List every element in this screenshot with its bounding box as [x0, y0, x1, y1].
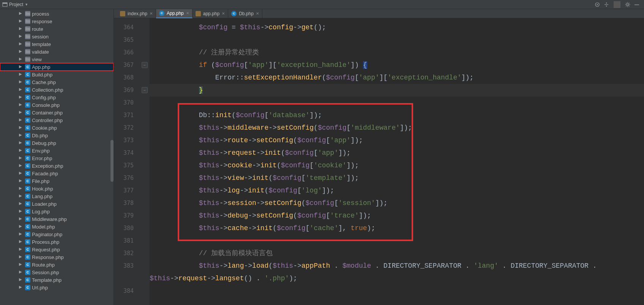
project-selector[interactable]: Project ▼ [2, 2, 28, 7]
tree-file-Debug-php[interactable]: ▶CDebug.php [0, 139, 114, 147]
tree-file-Middleware-php[interactable]: ▶CMiddleware.php [0, 215, 114, 223]
tree-file-Controller-php[interactable]: ▶CController.php [0, 116, 114, 124]
tree-file-Cache-php[interactable]: ▶CCache.php [0, 78, 114, 86]
target-icon[interactable] [594, 1, 601, 8]
code-line[interactable]: $this->cache->init($config['cache'], tru… [150, 222, 644, 235]
tree-file-Route-php[interactable]: ▶CRoute.php [0, 261, 114, 268]
tree-file-Session-php[interactable]: ▶CSession.php [0, 268, 114, 276]
chevron-right-icon: ▶ [19, 285, 22, 289]
tree-file-Response-php[interactable]: ▶CResponse.php [0, 253, 114, 261]
code-line[interactable]: $this->log->init($config['log']); [150, 184, 644, 197]
svg-point-3 [597, 4, 598, 5]
php-file-icon [120, 11, 125, 16]
code-line[interactable] [150, 34, 644, 46]
tree-file-Facade-php[interactable]: ▶CFacade.php [0, 170, 114, 177]
code-area[interactable]: $config = $this->config->get(); // 注册异常处… [150, 18, 644, 305]
tree-folder-response[interactable]: ▶response [0, 17, 114, 25]
project-tree-sidebar[interactable]: ▶process▶response▶route▶session▶template… [0, 9, 114, 305]
close-icon[interactable]: ✕ [222, 11, 225, 16]
tree-file-Request-php[interactable]: ▶CRequest.php [0, 246, 114, 253]
chevron-right-icon: ▶ [19, 262, 22, 266]
tab-App-php[interactable]: CApp.php✕ [156, 9, 193, 18]
code-line[interactable]: Error::setExceptionHandler($config['app'… [150, 71, 644, 84]
chevron-right-icon: ▶ [19, 277, 22, 281]
tree-file-Collection-php[interactable]: ▶CCollection.php [0, 86, 114, 94]
code-line[interactable]: $config = $this->config->get(); [150, 21, 644, 34]
code-line[interactable]: $this->request->langset() . '.php'); [150, 272, 644, 285]
line-number: 377 [114, 184, 134, 197]
tree-folder-session[interactable]: ▶session [0, 33, 114, 40]
tree-file-Hook-php[interactable]: ▶CHook.php [0, 185, 114, 192]
tree-file-App-php[interactable]: ▶CApp.php [0, 63, 114, 71]
code-line[interactable]: $this->request->init($config['app']); [150, 147, 644, 159]
tree-item-label: Route.php [32, 262, 55, 268]
close-icon[interactable]: ✕ [256, 11, 259, 16]
tab-app-php[interactable]: app.php✕ [193, 9, 228, 18]
tree-folder-process[interactable]: ▶process [0, 10, 114, 17]
tree-file-Lang-php[interactable]: ▶CLang.php [0, 192, 114, 200]
divide-icon[interactable] [603, 1, 610, 8]
fold-end-icon[interactable]: − [142, 87, 148, 93]
tab-index-php[interactable]: index.php✕ [117, 9, 156, 18]
tree-file-Exception-php[interactable]: ▶CException.php [0, 162, 114, 170]
scrollbar-thumb[interactable] [110, 140, 114, 182]
code-line[interactable]: // 加载当前模块语言包 [150, 247, 644, 260]
code-editor[interactable]: 3643653663673683693703713723733743753763… [114, 18, 644, 305]
tree-folder-view[interactable]: ▶view [0, 56, 114, 63]
code-line[interactable]: $this->middleware->setConfig($config['mi… [150, 122, 644, 134]
tree-file-Url-php[interactable]: ▶CUrl.php [0, 284, 114, 291]
tab-Db-php[interactable]: CDb.php✕ [228, 9, 262, 18]
tree-folder-template[interactable]: ▶template [0, 40, 114, 48]
tree-folder-route[interactable]: ▶route [0, 25, 114, 33]
tree-file-Console-php[interactable]: ▶CConsole.php [0, 101, 114, 109]
tree-file-Log-php[interactable]: ▶CLog.php [0, 208, 114, 215]
line-number: 374 [114, 147, 134, 159]
chevron-right-icon: ▶ [19, 209, 22, 213]
code-line[interactable]: $this->route->setConfig($config['app']); [150, 134, 644, 147]
tree-folder-validate[interactable]: ▶validate [0, 48, 114, 56]
php-class-icon: C [25, 254, 30, 260]
tree-file-Loader-php[interactable]: ▶CLoader.php [0, 200, 114, 208]
chevron-right-icon: ▶ [19, 216, 22, 221]
svg-point-6 [606, 5, 607, 6]
code-line[interactable]: // 注册异常处理类 [150, 46, 644, 59]
code-line[interactable]: } [150, 84, 644, 97]
code-line[interactable]: Db::init($config['database']); [150, 109, 644, 122]
tree-file-Cookie-php[interactable]: ▶CCookie.php [0, 124, 114, 132]
code-line[interactable]: $this->view->init($config['template']); [150, 172, 644, 184]
code-line[interactable] [150, 235, 644, 247]
code-line[interactable]: $this->lang->load($this->appPath . $modu… [150, 260, 644, 272]
code-line[interactable] [150, 285, 644, 297]
chevron-right-icon: ▶ [19, 79, 22, 84]
code-line[interactable]: $this->debug->setConfig($config['trace']… [150, 210, 644, 222]
tree-file-Template-php[interactable]: ▶CTemplate.php [0, 276, 114, 284]
code-line[interactable]: $this->cookie->init($config['cookie']); [150, 159, 644, 172]
fold-start-icon[interactable]: − [142, 62, 148, 68]
code-line[interactable]: $this->session->setConfig($config['sessi… [150, 197, 644, 210]
tree-file-File-php[interactable]: ▶CFile.php [0, 177, 114, 185]
close-icon[interactable]: ✕ [186, 11, 189, 15]
svg-point-5 [606, 2, 607, 3]
code-line[interactable]: if ($config['app']['exception_handle']) … [150, 59, 644, 71]
tree-file-Build-php[interactable]: ▶CBuild.php [0, 71, 114, 78]
code-line[interactable] [150, 97, 644, 109]
tree-file-Paginator-php[interactable]: ▶CPaginator.php [0, 230, 114, 238]
tree-file-Container-php[interactable]: ▶CContainer.php [0, 109, 114, 116]
tree-item-label: Env.php [32, 148, 50, 154]
tree-file-Process-php[interactable]: ▶CProcess.php [0, 238, 114, 246]
tree-item-label: Build.php [32, 72, 52, 78]
tree-file-Config-php[interactable]: ▶CConfig.php [0, 94, 114, 101]
tree-item-label: template [32, 41, 51, 47]
tree-file-Error-php[interactable]: ▶CError.php [0, 154, 114, 162]
php-class-icon: C [25, 102, 30, 108]
tree-file-Db-php[interactable]: ▶CDb.php [0, 132, 114, 139]
close-icon[interactable]: ✕ [150, 11, 153, 16]
gear-icon[interactable] [624, 1, 631, 8]
minimize-icon[interactable]: — [633, 1, 640, 8]
php-class-icon: C [231, 11, 237, 16]
php-class-icon: C [25, 194, 30, 199]
tree-file-Model-php[interactable]: ▶CModel.php [0, 223, 114, 230]
tree-file-Env-php[interactable]: ▶CEnv.php [0, 147, 114, 154]
line-number: 371 [114, 109, 134, 122]
chevron-right-icon: ▶ [19, 11, 22, 15]
